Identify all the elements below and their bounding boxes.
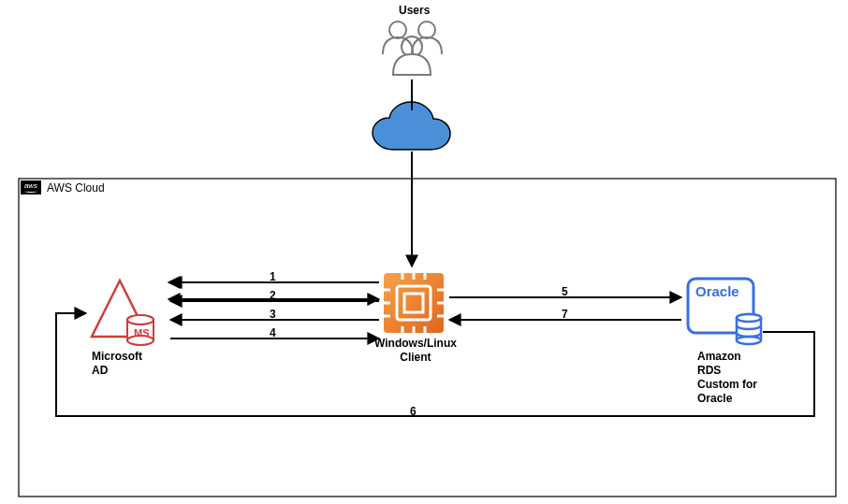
users-icon — [383, 22, 442, 75]
microsoft-ad-label: Microsoft AD — [92, 350, 142, 378]
edge-5-label: 5 — [562, 285, 568, 299]
users-label: Users — [399, 4, 430, 18]
edge-1-label: 1 — [270, 270, 276, 284]
ms-box-text: MS — [134, 327, 150, 340]
diagram-canvas: aws Users AWS Cloud Microsoft AD Windows… — [0, 0, 848, 504]
edge-3-label: 3 — [270, 308, 276, 322]
svg-point-30 — [737, 314, 761, 322]
svg-point-8 — [127, 315, 154, 324]
svg-rect-9 — [384, 273, 444, 333]
edge-4-label: 4 — [270, 326, 276, 340]
rds-oracle-label: Amazon RDS Custom for Oracle — [697, 350, 757, 406]
edge-2-label: 2 — [270, 289, 276, 303]
edge-7-label: 7 — [562, 308, 568, 322]
edge-6-label: 6 — [410, 405, 417, 419]
diagram-svg — [0, 0, 848, 504]
svg-point-0 — [389, 22, 406, 38]
oracle-box-text: Oracle — [695, 283, 739, 301]
svg-point-1 — [418, 22, 435, 38]
client-label: Windows/Linux Client — [374, 337, 457, 365]
client-icon — [384, 273, 444, 333]
aws-logo-badge: aws — [21, 180, 41, 194]
aws-cloud-label: AWS Cloud — [47, 181, 105, 195]
